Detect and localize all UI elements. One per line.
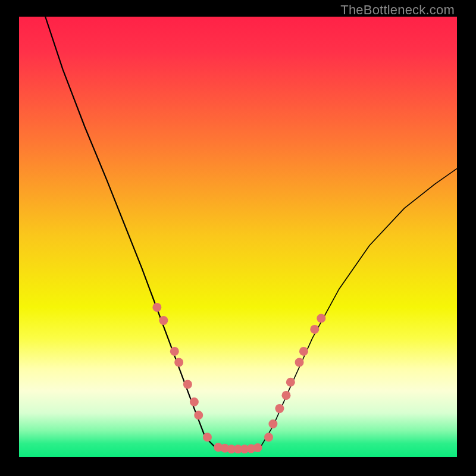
data-point <box>310 325 319 334</box>
data-point <box>264 433 273 441</box>
data-point <box>299 347 308 356</box>
data-point <box>275 404 284 413</box>
chart-frame <box>19 17 457 457</box>
data-point <box>203 433 212 441</box>
data-point <box>194 411 203 419</box>
data-point <box>295 358 304 367</box>
data-point <box>286 378 295 387</box>
data-point <box>268 419 277 428</box>
data-point <box>253 443 262 452</box>
data-point <box>317 314 325 322</box>
gradient-background <box>19 17 457 457</box>
data-point <box>159 316 168 325</box>
data-point <box>183 380 192 389</box>
data-point <box>281 391 290 400</box>
data-point <box>174 358 183 367</box>
data-point <box>170 347 179 356</box>
data-point <box>152 303 161 312</box>
chart-svg <box>19 17 457 457</box>
watermark-text: TheBottleneck.com <box>340 2 455 18</box>
data-point <box>190 397 199 406</box>
